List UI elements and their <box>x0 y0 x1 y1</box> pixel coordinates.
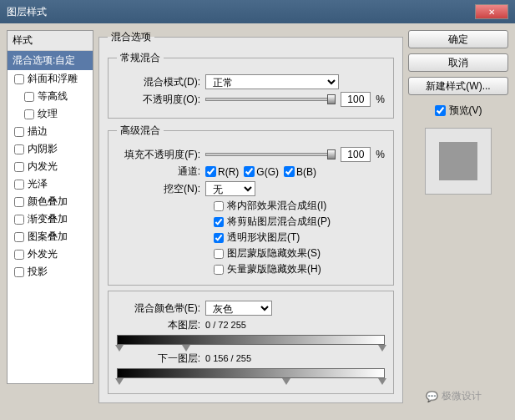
style-label: 投影 <box>28 265 48 279</box>
main-content: 样式 混合选项:自定 斜面和浮雕等高线纹理描边内阴影内发光光泽颜色叠加渐变叠加图… <box>0 23 515 391</box>
style-label: 等高线 <box>38 89 68 104</box>
style-label: 颜色叠加 <box>28 195 68 209</box>
clipped-layers-label: 将剪贴图层混合成组(P) <box>227 215 331 229</box>
styles-panel: 样式 混合选项:自定 斜面和浮雕等高线纹理描边内阴影内发光光泽颜色叠加渐变叠加图… <box>7 30 93 384</box>
channels-label: 通道: <box>117 164 200 179</box>
general-legend: 常规混合 <box>117 51 164 65</box>
clipped-layers-checkbox[interactable] <box>214 217 224 227</box>
fill-opacity-input[interactable] <box>341 147 371 162</box>
advanced-legend: 高级混合 <box>117 124 164 138</box>
style-item-7[interactable]: 颜色叠加 <box>8 193 93 210</box>
style-label: 内发光 <box>28 159 58 174</box>
style-checkbox[interactable] <box>14 127 24 137</box>
new-style-button[interactable]: 新建样式(W)... <box>408 77 508 95</box>
channel-r-checkbox[interactable] <box>205 166 216 177</box>
style-checkbox[interactable] <box>24 109 34 119</box>
channel-g-label: G(G) <box>256 166 279 178</box>
knockout-label: 挖空(N): <box>117 182 200 196</box>
style-checkbox[interactable] <box>14 144 24 154</box>
style-item-8[interactable]: 渐变叠加 <box>8 210 93 228</box>
style-label: 图案叠加 <box>28 230 68 244</box>
style-label: 外发光 <box>28 247 58 261</box>
style-label: 渐变叠加 <box>28 212 68 226</box>
blend-if-select[interactable]: 灰色 <box>205 301 272 316</box>
blend-options-group: 混合选项 常规混合 混合模式(D): 正常 不透明度(O): % 高级混合 填充… <box>98 30 403 403</box>
blend-if-group: 混合颜色带(E): 灰色 本图层: 0 / 72 255 下一图层: 0 156… <box>108 291 394 394</box>
style-checkbox[interactable] <box>14 267 24 277</box>
style-checkbox[interactable] <box>14 162 24 172</box>
blend-options-legend: 混合选项 <box>108 30 154 44</box>
style-item-6[interactable]: 光泽 <box>8 175 93 193</box>
style-item-5[interactable]: 内发光 <box>8 158 93 175</box>
style-checkbox[interactable] <box>14 180 24 190</box>
titlebar: 图层样式 ✕ <box>0 0 515 23</box>
cancel-button[interactable]: 取消 <box>408 53 508 72</box>
general-blend-group: 常规混合 混合模式(D): 正常 不透明度(O): % <box>108 51 394 119</box>
channel-b-checkbox[interactable] <box>284 166 295 177</box>
ok-button[interactable]: 确定 <box>408 30 508 48</box>
channel-g-checkbox[interactable] <box>244 166 255 177</box>
this-layer-values: 0 / 72 255 <box>205 320 246 330</box>
channel-b-label: B(B) <box>296 166 316 178</box>
watermark: 💬 极微设计 <box>426 389 482 403</box>
opacity-slider[interactable] <box>205 94 336 105</box>
styles-selected-item[interactable]: 混合选项:自定 <box>8 51 93 70</box>
blend-mode-select[interactable]: 正常 <box>205 74 339 89</box>
center-column: 混合选项 常规混合 混合模式(D): 正常 不透明度(O): % 高级混合 填充… <box>98 30 403 384</box>
style-item-2[interactable]: 纹理 <box>8 105 93 123</box>
style-label: 内阴影 <box>28 142 58 156</box>
under-layer-values: 0 156 / 255 <box>205 353 251 363</box>
this-layer-label: 本图层: <box>117 318 200 332</box>
titlebar-buttons: ✕ <box>475 4 508 19</box>
style-item-1[interactable]: 等高线 <box>8 88 93 105</box>
preview-swatch <box>439 142 477 180</box>
opacity-input[interactable] <box>341 92 371 107</box>
blend-mode-label: 混合模式(D): <box>117 75 200 89</box>
wechat-icon: 💬 <box>426 391 438 402</box>
percent-label: % <box>376 94 385 105</box>
style-label: 描边 <box>28 124 48 139</box>
style-checkbox[interactable] <box>14 232 24 242</box>
vector-mask-hides-checkbox[interactable] <box>214 265 224 275</box>
layer-mask-hides-label: 图层蒙版隐藏效果(S) <box>227 246 321 261</box>
style-item-3[interactable]: 描边 <box>8 123 93 140</box>
style-item-11[interactable]: 投影 <box>8 263 93 281</box>
style-label: 纹理 <box>38 107 58 121</box>
knockout-select[interactable]: 无 <box>205 181 255 196</box>
window-title: 图层样式 <box>7 5 47 19</box>
channel-r-label: R(R) <box>218 166 239 178</box>
right-column: 确定 取消 新建样式(W)... 预览(V) <box>408 30 508 384</box>
close-button[interactable]: ✕ <box>475 4 508 19</box>
transparency-shapes-label: 透明形状图层(T) <box>227 230 300 245</box>
preview-label: 预览(V) <box>449 104 482 118</box>
style-label: 光泽 <box>28 177 48 191</box>
styles-header: 样式 <box>8 31 93 51</box>
blend-if-label: 混合颜色带(E): <box>117 301 200 316</box>
preview-box <box>425 128 492 195</box>
style-item-0[interactable]: 斜面和浮雕 <box>8 70 93 88</box>
under-layer-gradient[interactable] <box>117 368 385 378</box>
style-item-4[interactable]: 内阴影 <box>8 140 93 158</box>
vector-mask-hides-label: 矢量蒙版隐藏效果(H) <box>227 262 321 276</box>
style-checkbox[interactable] <box>24 92 34 102</box>
style-item-9[interactable]: 图案叠加 <box>8 228 93 245</box>
style-checkbox[interactable] <box>14 215 24 225</box>
layer-mask-hides-checkbox[interactable] <box>214 249 224 259</box>
fill-opacity-slider[interactable] <box>205 149 336 160</box>
advanced-blend-group: 高级混合 填充不透明度(F): % 通道: R(R) G(G) B(B) 挖空(… <box>108 124 394 286</box>
style-label: 斜面和浮雕 <box>28 72 78 86</box>
style-checkbox[interactable] <box>14 74 24 84</box>
fill-opacity-label: 填充不透明度(F): <box>117 148 200 162</box>
interior-effects-label: 将内部效果混合成组(I) <box>227 199 326 213</box>
under-layer-label: 下一图层: <box>117 352 200 366</box>
style-item-10[interactable]: 外发光 <box>8 245 93 263</box>
interior-effects-checkbox[interactable] <box>214 201 224 211</box>
opacity-label: 不透明度(O): <box>117 93 200 107</box>
style-checkbox[interactable] <box>14 197 24 207</box>
style-checkbox[interactable] <box>14 250 24 260</box>
this-layer-gradient[interactable] <box>117 335 385 345</box>
transparency-shapes-checkbox[interactable] <box>214 233 224 243</box>
preview-checkbox[interactable] <box>435 105 446 116</box>
percent-label: % <box>376 149 385 160</box>
